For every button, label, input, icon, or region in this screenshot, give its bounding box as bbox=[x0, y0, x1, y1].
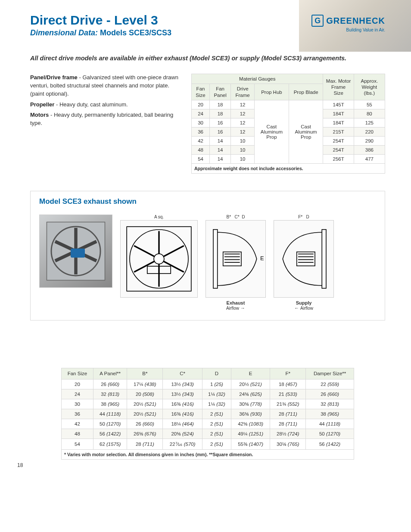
brand-logo: G GREENHECK Building Value in Air. bbox=[311, 13, 385, 32]
table-cell: 2 (51) bbox=[202, 439, 231, 449]
table-row: 4856 (1422)26⅝ (676)20⅝ (524)2 (51)49¼ (… bbox=[62, 429, 354, 439]
table-cell: 24⅝ (625) bbox=[231, 389, 270, 399]
table-cell: 14 bbox=[210, 146, 231, 155]
table-cell: 12 bbox=[231, 100, 255, 109]
table-cell: 220 bbox=[354, 128, 385, 137]
svg-rect-8 bbox=[71, 249, 85, 258]
table-row: 2432 (813)20 (508)13½ (343)1¼ (32)24⅝ (6… bbox=[62, 389, 354, 399]
spec-motor-text: - Heavy duty, permanently lubricated, ba… bbox=[30, 112, 173, 126]
table-cell: 30 bbox=[62, 399, 93, 409]
table-cell: 32 (813) bbox=[93, 389, 127, 399]
col-motor: Max. Motor Frame Size bbox=[323, 74, 354, 100]
table-cell: 42⅝ (1083) bbox=[231, 419, 270, 429]
table-cell: 26⅝ (676) bbox=[127, 429, 163, 439]
col-fan-panel: Fan Panel bbox=[210, 84, 231, 100]
table-cell: 125 bbox=[354, 118, 385, 128]
dimension-table-wrap: Fan Size A Panel** B* C* D E F* Damper S… bbox=[61, 368, 354, 459]
table-cell: 28½ (724) bbox=[270, 429, 306, 439]
table-row: 5462 (1575)28 (711)22⁷⁄₁₆ (570)2 (51)55⅜… bbox=[62, 439, 354, 449]
table-cell: 16 bbox=[210, 128, 231, 137]
page-subtitle: Dimensional Data: Models SCE3/SCS3 bbox=[30, 28, 171, 37]
table-cell: 36 bbox=[192, 128, 210, 137]
table-cell: 24 bbox=[62, 389, 93, 399]
table-cell: 184T bbox=[323, 118, 354, 128]
table-cell: 14 bbox=[210, 137, 231, 146]
col-prop-blade: Prop Blade bbox=[289, 84, 323, 100]
table-cell: 18 bbox=[210, 100, 231, 109]
page-title: Direct Drive - Level 3 bbox=[30, 13, 171, 28]
table-cell: 184T bbox=[323, 109, 354, 118]
table-cell: 1 (25) bbox=[202, 379, 231, 389]
diagram-title: Model SCE3 exhaust shown bbox=[39, 197, 376, 206]
table-cell: 10 bbox=[231, 155, 255, 164]
table-cell: 28 (711) bbox=[270, 409, 306, 419]
table-cell: 30⅛ (765) bbox=[270, 439, 306, 449]
page-header: Direct Drive - Level 3 Dimensional Data:… bbox=[30, 13, 385, 37]
dcol-c: C* bbox=[163, 368, 202, 379]
dim-label-f: F* bbox=[298, 215, 302, 219]
airflow-label-2: Airflow bbox=[300, 306, 313, 311]
gauge-table: Material Gauges Max. Motor Frame Size Ap… bbox=[191, 74, 385, 164]
table-cell: 18 bbox=[210, 109, 231, 118]
prop-hub-cell: Cast Aluminum Prop bbox=[255, 100, 289, 164]
gauge-group-header: Material Gauges bbox=[192, 74, 323, 84]
table-row: 3038 (965)20½ (521)16⅜ (416)1¼ (32)30⅝ (… bbox=[62, 399, 354, 409]
table-cell: 42 bbox=[62, 419, 93, 429]
dcol-d: D bbox=[202, 368, 231, 379]
table-cell: 26 (660) bbox=[127, 419, 163, 429]
brand-tagline: Building Value in Air. bbox=[311, 28, 385, 32]
svg-point-17 bbox=[154, 254, 164, 264]
product-photo bbox=[39, 215, 112, 288]
spec-list: Panel/Drive frame - Galvanized steel wit… bbox=[30, 74, 181, 130]
table-cell: 2 (51) bbox=[202, 419, 231, 429]
table-cell: 42 bbox=[192, 137, 210, 146]
table-cell: 22⁷⁄₁₆ (570) bbox=[163, 439, 202, 449]
table-cell: 20½ (521) bbox=[127, 399, 163, 409]
table-cell: 1¼ (32) bbox=[202, 389, 231, 399]
dcol-f: F* bbox=[270, 368, 306, 379]
table-cell: 50 (1270) bbox=[93, 419, 127, 429]
prop-blade-cell: Cast Aluminum Prop bbox=[289, 100, 323, 164]
table-cell: 22 (559) bbox=[306, 379, 354, 389]
table-cell: 56 (1422) bbox=[93, 429, 127, 439]
table-cell: 36⅝ (930) bbox=[231, 409, 270, 419]
table-row: 4250 (1270)26 (660)18¼ (464)2 (51)42⅝ (1… bbox=[62, 419, 354, 429]
brand-name: GREENHECK bbox=[326, 16, 385, 26]
airflow-label-1: Airflow bbox=[226, 306, 239, 311]
dcol-e: E bbox=[231, 368, 270, 379]
table-row: 2026 (660)17¼ (438)13½ (343)1 (25)20½ (5… bbox=[62, 379, 354, 389]
table-cell: 12 bbox=[231, 118, 255, 128]
table-cell: 21¾ (552) bbox=[270, 399, 306, 409]
dim-label-b: B* bbox=[227, 215, 231, 219]
dim-label-e: E bbox=[260, 255, 264, 261]
diagram-exhaust-side: B* C* D E ExhaustAirflow → bbox=[206, 215, 266, 311]
table-cell: 36 bbox=[62, 409, 93, 419]
subtitle-prefix: Dimensional Data: bbox=[30, 28, 100, 37]
table-cell: 26 (660) bbox=[93, 379, 127, 389]
table-cell: 50 (1270) bbox=[306, 429, 354, 439]
col-fan-size: Fan Size bbox=[192, 84, 210, 100]
dcol-damper: Damper Size** bbox=[306, 368, 354, 379]
supply-label: Supply bbox=[274, 300, 334, 305]
table-cell: 56 (1422) bbox=[306, 439, 354, 449]
spec-panel-label: Panel/Drive frame bbox=[30, 74, 78, 81]
table-cell: 20 bbox=[62, 379, 93, 389]
table-cell: 20⅝ (524) bbox=[163, 429, 202, 439]
table-cell: 30⅝ (778) bbox=[231, 399, 270, 409]
table-cell: 290 bbox=[354, 137, 385, 146]
intro-text: All direct drive models are available in… bbox=[30, 55, 385, 62]
table-cell: 80 bbox=[354, 109, 385, 118]
table-cell: 28 (711) bbox=[270, 419, 306, 429]
table-cell: 2 (51) bbox=[202, 409, 231, 419]
table-cell: 20½ (521) bbox=[231, 379, 270, 389]
diagram-section: Model SCE3 exhaust shown A sq. bbox=[30, 191, 385, 320]
table-cell: 20 bbox=[192, 100, 210, 109]
table-cell: 17¼ (438) bbox=[127, 379, 163, 389]
table-cell: 28 (711) bbox=[127, 439, 163, 449]
table-cell: 12 bbox=[231, 128, 255, 137]
col-prop-hub: Prop Hub bbox=[255, 84, 289, 100]
table-cell: 145T bbox=[323, 100, 354, 109]
table-cell: 26 (660) bbox=[306, 389, 354, 399]
table-cell: 48 bbox=[62, 429, 93, 439]
table-cell: 10 bbox=[231, 146, 255, 155]
